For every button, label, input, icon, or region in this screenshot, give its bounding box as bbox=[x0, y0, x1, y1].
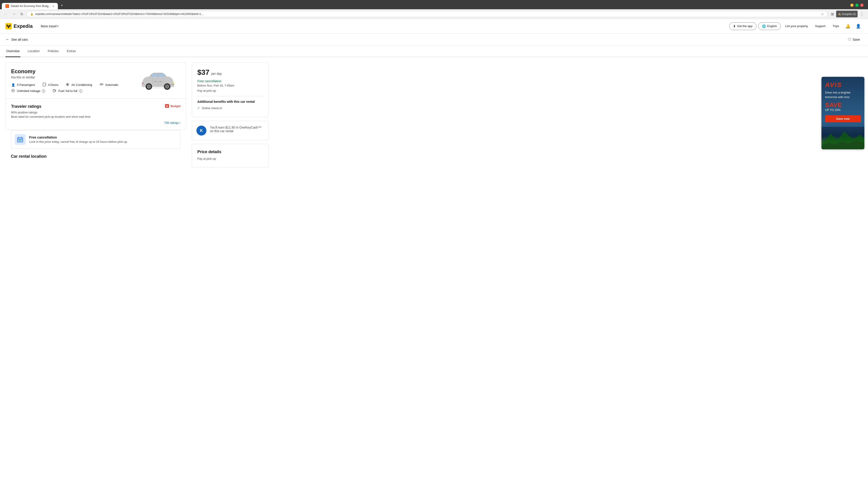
car-detail-card: Economy Kia Rio or similar 👤 5 Passenger… bbox=[5, 63, 186, 130]
mileage-info-icon[interactable]: i bbox=[42, 90, 45, 93]
transmission-icon bbox=[99, 83, 103, 87]
check-icon: ✓ bbox=[197, 106, 200, 110]
save-button[interactable]: ♡ Save bbox=[845, 35, 863, 44]
car-model: Kia Rio or similar bbox=[11, 75, 135, 79]
price-amount: $37 bbox=[197, 68, 209, 76]
free-cancellation-section: Free cancellation Lock in this price tod… bbox=[11, 130, 181, 149]
tab-overview[interactable]: Overview bbox=[5, 46, 20, 57]
fuel-icon bbox=[53, 89, 57, 93]
incognito-badge: 🕵 Incognito (2) bbox=[836, 11, 858, 18]
ratings-chevron-icon: › bbox=[180, 121, 181, 125]
fuel-label: Fuel: full to full bbox=[58, 89, 77, 93]
avis-cta-button[interactable]: Save now bbox=[825, 115, 861, 122]
onekey-text: You'll earn $11.90 in OneKeyCash™ on thi… bbox=[210, 126, 264, 133]
online-checkin-label: Online check-in bbox=[202, 106, 222, 110]
notifications-button[interactable]: 🔔 bbox=[844, 22, 852, 31]
onekey-card: K You'll earn $11.90 in OneKeyCash™ on t… bbox=[192, 121, 269, 140]
price-card: $37 per day Free cancellation Before Sun… bbox=[192, 63, 269, 117]
svg-point-9 bbox=[148, 86, 150, 88]
fuel-info-icon[interactable]: i bbox=[79, 90, 82, 93]
heart-icon: ♡ bbox=[848, 37, 851, 42]
address-bar[interactable]: 🔒 expedia.com/carsearch/details?date1=2%… bbox=[26, 11, 828, 17]
get-app-button[interactable]: ⬇ Get the app bbox=[729, 22, 756, 30]
tab-title: Details for Economy from Budg... bbox=[11, 4, 51, 8]
bookmark-icon[interactable]: ☆ bbox=[821, 12, 824, 16]
svg-point-1 bbox=[45, 84, 45, 85]
sub-navigation: ← See all cars ♡ Save bbox=[0, 33, 868, 46]
price-per-day: per day bbox=[211, 72, 222, 75]
chevron-down-icon: ▾ bbox=[57, 25, 59, 27]
svg-rect-5 bbox=[53, 90, 55, 92]
free-cancel-icon bbox=[15, 134, 26, 145]
ratings-link[interactable]: 706 ratings › bbox=[164, 121, 181, 125]
car-image-container bbox=[135, 68, 181, 93]
svg-rect-17 bbox=[159, 81, 162, 82]
forward-nav-button[interactable]: → bbox=[11, 11, 17, 17]
minimize-button[interactable] bbox=[850, 4, 854, 7]
header-actions: ⬇ Get the app 🌐 English List your proper… bbox=[729, 22, 863, 31]
more-travel-button[interactable]: More travel ▾ bbox=[38, 23, 61, 30]
reload-button[interactable]: ↻ bbox=[19, 11, 25, 17]
ac-label: Air Conditioning bbox=[71, 83, 92, 87]
tab-extras[interactable]: Extras bbox=[66, 46, 77, 57]
tab-location[interactable]: Location bbox=[27, 46, 40, 57]
detail-tabs: Overview Location Policies Extras bbox=[0, 46, 868, 57]
transmission-feature: Automatic bbox=[99, 83, 119, 87]
download-icon: ⬇ bbox=[733, 24, 736, 28]
new-tab-button[interactable]: + bbox=[58, 2, 65, 9]
account-button[interactable]: 👤 bbox=[854, 22, 863, 31]
cancel-deadline: Before Sun, Feb 18, 7:45am bbox=[197, 84, 263, 87]
browser-menu-button[interactable]: ⋮ bbox=[859, 11, 865, 18]
logo-link[interactable]: Expedia bbox=[5, 23, 33, 29]
logo-text: Expedia bbox=[13, 23, 33, 29]
avis-advertisement: AVIS Drive into a brighter tomorrow with… bbox=[822, 77, 864, 149]
budget-text: Budget bbox=[170, 104, 181, 108]
back-nav-button[interactable]: ← bbox=[3, 11, 9, 17]
tab-close-button[interactable]: × bbox=[53, 4, 54, 8]
language-button[interactable]: 🌐 English bbox=[758, 22, 781, 30]
car-image bbox=[138, 68, 178, 93]
svg-point-2 bbox=[67, 84, 68, 85]
list-property-button[interactable]: List your property bbox=[782, 23, 811, 30]
free-cancel-desc: Lock in this price today, cancel free of… bbox=[29, 140, 128, 143]
back-to-cars-link[interactable]: ← See all cars bbox=[5, 33, 28, 45]
ratings-title: Traveler ratings bbox=[11, 104, 41, 109]
pay-at-pickup: Pay at pick-up bbox=[197, 89, 263, 92]
free-cancel-badge: Free cancellation bbox=[197, 79, 263, 83]
price-pay-label: Pay at pick-up bbox=[197, 157, 216, 160]
svg-point-12 bbox=[166, 86, 168, 88]
budget-logo: ■ Budget bbox=[165, 104, 181, 108]
browser-toolbar: ← → ↻ 🔒 expedia.com/carsearch/details?da… bbox=[0, 9, 868, 19]
site-header: Expedia More travel ▾ ⬇ Get the app 🌐 En… bbox=[0, 19, 868, 33]
car-info: Economy Kia Rio or similar 👤 5 Passenger… bbox=[11, 68, 135, 93]
ratings-positive: 90% positive ratings bbox=[11, 111, 181, 114]
svg-point-19 bbox=[142, 83, 144, 84]
close-button[interactable] bbox=[860, 4, 864, 7]
car-rental-location-section: Car rental location bbox=[5, 154, 186, 164]
support-button[interactable]: Support bbox=[812, 23, 828, 30]
mileage-icon bbox=[11, 89, 15, 93]
globe-icon: 🌐 bbox=[762, 24, 766, 28]
browser-chrome: E Details for Economy from Budg... × + ←… bbox=[0, 0, 868, 19]
doors-feature: 4 Doors bbox=[42, 83, 59, 87]
maximize-button[interactable] bbox=[855, 4, 859, 7]
avis-ad-image bbox=[822, 127, 864, 149]
doors-icon bbox=[42, 83, 46, 87]
tab-policies[interactable]: Policies bbox=[47, 46, 59, 57]
ratings-section: Traveler ratings ■ Budget 90% positive r… bbox=[6, 99, 186, 130]
fuel-feature: Fuel: full to full i bbox=[53, 89, 82, 93]
price-details-card: Price details Pay at pick-up bbox=[192, 144, 269, 167]
ratings-best: Best rated for convenient pick-up locati… bbox=[11, 115, 181, 119]
price-divider bbox=[197, 96, 263, 96]
mileage-feature: Unlimited mileage i bbox=[11, 89, 45, 93]
avis-tagline: Drive into a brighter tomorrow with Avis bbox=[825, 90, 861, 99]
ac-feature: Air Conditioning bbox=[66, 83, 92, 87]
passengers-icon: 👤 bbox=[11, 83, 15, 87]
browser-tab-active[interactable]: E Details for Economy from Budg... × bbox=[2, 3, 58, 9]
benefits-title: Additional benefits with this car rental bbox=[197, 100, 263, 103]
trips-button[interactable]: Trips bbox=[830, 23, 842, 30]
extensions-button[interactable]: ⊞ bbox=[830, 11, 835, 18]
avis-logo: AVIS bbox=[825, 81, 861, 89]
back-arrow-icon: ← bbox=[5, 37, 9, 42]
ac-icon bbox=[66, 83, 70, 87]
